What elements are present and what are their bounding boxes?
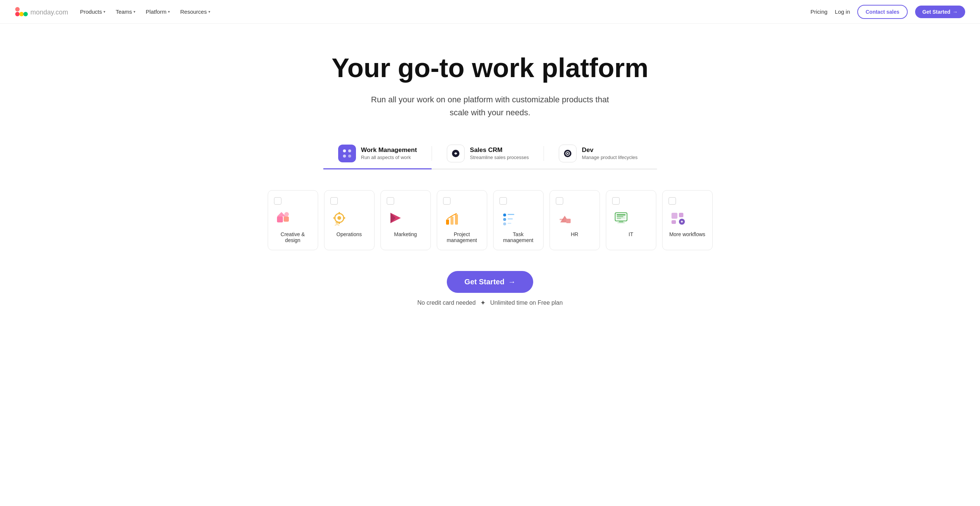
- svg-rect-45: [679, 213, 683, 217]
- svg-rect-18: [339, 212, 340, 214]
- svg-point-30: [503, 218, 506, 221]
- arrow-icon: →: [508, 278, 515, 286]
- contact-sales-button[interactable]: Contact sales: [857, 5, 907, 19]
- chevron-down-icon: ▾: [208, 10, 210, 14]
- svg-rect-43: [617, 223, 625, 223]
- workflow-card-it[interactable]: IT: [606, 190, 656, 250]
- product-tabs: Work Management Run all aspects of work …: [323, 138, 657, 169]
- workflow-card-hr[interactable]: HR: [549, 190, 600, 250]
- nav-teams[interactable]: Teams ▾: [116, 8, 135, 15]
- svg-rect-12: [277, 216, 283, 223]
- svg-rect-44: [671, 213, 678, 219]
- nav-menu: Products ▾ Teams ▾ Platform ▾ Resources …: [80, 8, 210, 15]
- workflow-card-task-management[interactable]: Task management: [493, 190, 544, 250]
- card-label-operations: Operations: [330, 231, 368, 237]
- card-checkbox: [612, 197, 620, 205]
- tab-work-management[interactable]: Work Management Run all aspects of work: [323, 138, 432, 169]
- svg-rect-20: [333, 217, 336, 219]
- svg-rect-13: [284, 216, 289, 222]
- tab-dev[interactable]: Dev Manage product lifecycles: [544, 138, 652, 169]
- svg-rect-19: [339, 222, 340, 224]
- nav-products[interactable]: Products ▾: [80, 8, 105, 15]
- card-checkbox: [443, 197, 450, 205]
- svg-point-6: [343, 154, 346, 158]
- workflow-card-more[interactable]: More workflows: [662, 190, 713, 250]
- hero-subtitle: Run all your work on one platform with c…: [364, 93, 616, 119]
- svg-rect-40: [617, 216, 623, 217]
- card-label-hr: HR: [556, 231, 593, 237]
- task-management-icon: [500, 209, 517, 227]
- arrow-icon: →: [953, 9, 958, 15]
- svg-point-17: [337, 216, 341, 220]
- free-plan-text: Unlimited time on Free plan: [490, 299, 563, 306]
- svg-rect-36: [560, 219, 564, 220]
- svg-point-32: [503, 223, 506, 225]
- nav-login[interactable]: Log in: [835, 8, 850, 15]
- svg-rect-25: [446, 220, 449, 224]
- card-label-task: Task management: [500, 231, 537, 243]
- svg-point-3: [15, 7, 20, 11]
- svg-point-4: [343, 150, 346, 152]
- dev-tab-text: Dev Manage product lifecycles: [582, 146, 637, 160]
- svg-point-7: [348, 154, 351, 158]
- card-label-it: IT: [612, 231, 650, 237]
- svg-rect-21: [343, 217, 345, 219]
- card-label-creative: Creative & design: [274, 231, 312, 243]
- get-started-nav-button[interactable]: Get Started →: [915, 6, 965, 18]
- svg-point-15: [285, 212, 289, 216]
- logo[interactable]: monday.com: [15, 5, 68, 19]
- operations-icon: [330, 209, 348, 227]
- svg-rect-46: [671, 220, 676, 224]
- tab-sales-crm[interactable]: Sales CRM Streamline sales processes: [432, 138, 544, 169]
- hero-section: Your go-to work platform Run all your wo…: [0, 24, 980, 344]
- svg-point-11: [567, 153, 568, 154]
- navbar: monday.com Products ▾ Teams ▾ Platform ▾…: [0, 0, 980, 24]
- work-management-icon: [338, 145, 356, 162]
- card-checkbox: [330, 197, 338, 205]
- svg-rect-35: [566, 219, 571, 223]
- nav-resources[interactable]: Resources ▾: [180, 8, 210, 15]
- sales-crm-icon: [447, 145, 465, 162]
- svg-point-2: [23, 12, 28, 16]
- creative-design-icon: [274, 209, 292, 227]
- cta-note: No credit card needed ✦ Unlimited time o…: [417, 299, 563, 307]
- workflow-card-operations[interactable]: Operations: [324, 190, 374, 250]
- card-checkbox: [556, 197, 563, 205]
- svg-rect-41: [617, 218, 621, 219]
- chevron-down-icon: ▾: [168, 10, 170, 14]
- card-checkbox: [387, 197, 394, 205]
- chevron-down-icon: ▾: [103, 10, 105, 14]
- cta-section: Get Started → No credit card needed ✦ Un…: [417, 271, 563, 329]
- workflow-card-marketing[interactable]: Marketing: [380, 190, 431, 250]
- dev-icon: [559, 145, 577, 162]
- nav-pricing[interactable]: Pricing: [811, 8, 827, 15]
- card-label-more: More workflows: [668, 231, 706, 237]
- work-management-tab-text: Work Management Run all aspects of work: [361, 146, 417, 160]
- logo-text: monday.com: [30, 7, 68, 17]
- svg-rect-31: [508, 218, 513, 220]
- hr-icon: [556, 209, 574, 227]
- card-label-project: Project management: [443, 231, 481, 243]
- svg-point-22: [336, 221, 339, 224]
- card-checkbox: [668, 197, 676, 205]
- get-started-hero-button[interactable]: Get Started →: [447, 271, 534, 293]
- svg-point-0: [15, 12, 20, 16]
- svg-point-28: [503, 213, 506, 216]
- hero-title: Your go-to work platform: [331, 53, 649, 83]
- svg-rect-42: [619, 221, 623, 223]
- workflow-card-project-management[interactable]: Project management: [437, 190, 487, 250]
- svg-point-5: [348, 150, 351, 152]
- chevron-down-icon: ▾: [134, 10, 135, 14]
- no-credit-card-text: No credit card needed: [417, 299, 476, 306]
- svg-rect-49: [681, 221, 682, 223]
- svg-point-1: [19, 12, 24, 16]
- svg-rect-29: [508, 214, 514, 215]
- marketing-icon: [387, 209, 404, 227]
- logo-icon: [15, 5, 28, 19]
- nav-platform[interactable]: Platform ▾: [146, 8, 170, 15]
- nav-right: Pricing Log in Contact sales Get Started…: [811, 5, 965, 19]
- workflow-card-creative-design[interactable]: Creative & design: [268, 190, 318, 250]
- card-label-marketing: Marketing: [387, 231, 425, 237]
- separator-icon: ✦: [480, 299, 486, 307]
- it-icon: [612, 209, 630, 227]
